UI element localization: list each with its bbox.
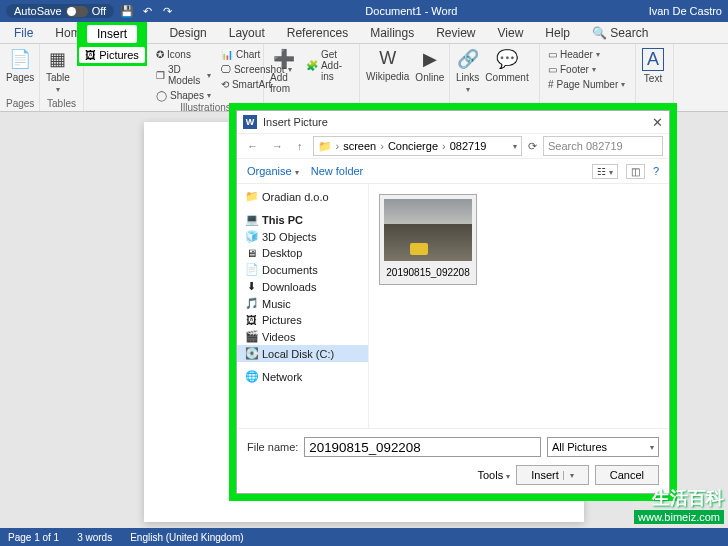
search-input[interactable]: Search 082719 [543,136,663,156]
user-name[interactable]: Ivan De Castro [649,5,722,17]
shapes-button[interactable]: ◯ Shapes ▾ [154,89,213,102]
file-filter-select[interactable]: All Pictures▾ [547,437,659,457]
tab-file[interactable]: File [4,23,43,43]
page-number-button[interactable]: # Page Number ▾ [546,78,627,91]
watermark-url: www.bimeiz.com [634,510,724,524]
status-language[interactable]: English (United Kingdom) [130,532,243,543]
header-button[interactable]: ▭ Header ▾ [546,48,627,61]
crumb-concierge[interactable]: Concierge [388,140,438,152]
nav-item-pictures[interactable]: 🖼Pictures [237,312,368,328]
help-icon[interactable]: ? [653,165,659,177]
search-label: Search [610,26,648,40]
online-video-button[interactable]: ▶Online [415,48,444,83]
close-icon[interactable]: ✕ [652,115,663,130]
dialog-title: Insert Picture [263,116,328,128]
nav-item-videos[interactable]: 🎬Videos [237,328,368,345]
status-bar: Page 1 of 1 3 words English (United King… [0,528,728,546]
preview-pane-button[interactable]: ◫ [626,164,645,179]
footer-button[interactable]: ▭ Footer ▾ [546,63,627,76]
filename-input[interactable] [304,437,541,457]
nav-back-icon[interactable]: ← [243,138,262,154]
autosave-label: AutoSave [14,5,62,17]
get-addins-button[interactable]: 🧩 Get Add-ins [304,48,353,83]
nav-item-this-pc[interactable]: 💻This PC [237,211,368,228]
file-list[interactable]: 20190815_092208 [369,184,669,428]
window-title: Document1 - Word [174,5,648,17]
tools-menu[interactable]: Tools ▾ [477,469,510,481]
navigation-pane: 📁Oradian d.o.o 💻This PC 🧊3D Objects 🖥Des… [237,184,369,428]
3d-models-button[interactable]: ❒ 3D Models ▾ [154,63,213,87]
thumbnail-image [384,199,472,261]
picture-icon: 🖼 [85,49,96,61]
filename-label: File name: [247,441,298,453]
links-button[interactable]: 🔗Links▾ [456,48,479,94]
address-bar[interactable]: 📁 › screen › Concierge › 082719 ▾ [313,136,523,156]
save-icon[interactable]: 💾 [120,4,134,18]
tab-design[interactable]: Design [159,23,216,43]
organise-menu[interactable]: Organise ▾ [247,165,299,177]
nav-up-icon[interactable]: ↑ [293,138,307,154]
watermark: 生活百科 www.bimeiz.com [634,486,724,524]
table-button[interactable]: ▦Table▾ [46,48,70,94]
file-thumbnail[interactable]: 20190815_092208 [379,194,477,285]
insert-picture-dialog: W Insert Picture ✕ ← → ↑ 📁 › screen › Co… [236,110,670,494]
word-file-icon: W [243,115,257,129]
group-tables-label: Tables [46,98,77,109]
redo-icon[interactable]: ↷ [160,4,174,18]
nav-item-music[interactable]: 🎵Music [237,295,368,312]
crumb-screen[interactable]: screen [343,140,376,152]
thumbnail-caption: 20190815_092208 [380,265,476,284]
tab-search[interactable]: 🔍 Search [582,23,658,43]
refresh-icon[interactable]: ⟳ [528,140,537,153]
view-mode-button[interactable]: ☷ ▾ [592,164,618,179]
nav-item-oradian[interactable]: 📁Oradian d.o.o [237,188,368,205]
crumb-082719[interactable]: 082719 [450,140,487,152]
address-dropdown-icon[interactable]: ▾ [513,142,517,151]
undo-icon[interactable]: ↶ [140,4,154,18]
tab-view[interactable]: View [488,23,534,43]
tab-layout[interactable]: Layout [219,23,275,43]
nav-item-downloads[interactable]: ⬇Downloads [237,278,368,295]
nav-forward-icon[interactable]: → [268,138,287,154]
status-word-count[interactable]: 3 words [77,532,112,543]
group-pages-label: Pages [6,98,33,109]
dialog-highlight-border: W Insert Picture ✕ ← → ↑ 📁 › screen › Co… [229,103,677,501]
add-from-button[interactable]: ➕Add from [270,48,298,94]
nav-item-network[interactable]: 🌐Network [237,368,368,385]
tab-help[interactable]: Help [535,23,580,43]
status-page[interactable]: Page 1 of 1 [8,532,59,543]
nav-item-documents[interactable]: 📄Documents [237,261,368,278]
tab-review[interactable]: Review [426,23,485,43]
wikipedia-button[interactable]: WWikipedia [366,48,409,83]
app-titlebar: AutoSave Off 💾 ↶ ↷ Document1 - Word Ivan… [0,0,728,22]
autosave-state: Off [92,5,106,17]
toggle-icon [66,6,88,17]
insert-button[interactable]: Insert▾ [516,465,589,485]
highlighted-insert-tab[interactable]: Insert [87,25,137,43]
new-folder-button[interactable]: New folder [311,165,364,177]
folder-icon: 📁 [318,140,332,153]
nav-item-desktop[interactable]: 🖥Desktop [237,245,368,261]
pages-button[interactable]: 📄Pages [6,48,34,83]
cancel-button[interactable]: Cancel [595,465,659,485]
instruction-highlight: Insert 🖼 Pictures [77,22,147,66]
textbox-button[interactable]: AText [642,48,664,84]
highlighted-pictures-button[interactable]: 🖼 Pictures [79,47,145,63]
comment-button[interactable]: 💬Comment [485,48,528,94]
icons-button[interactable]: ✪ Icons [154,48,213,61]
nav-item-local-disk[interactable]: 💽Local Disk (C:) [237,345,368,362]
tab-references[interactable]: References [277,23,358,43]
pictures-label: Pictures [99,49,139,61]
nav-item-3d-objects[interactable]: 🧊3D Objects [237,228,368,245]
tab-mailings[interactable]: Mailings [360,23,424,43]
watermark-text: 生活百科 [634,486,724,510]
autosave-toggle[interactable]: AutoSave Off [6,4,114,18]
